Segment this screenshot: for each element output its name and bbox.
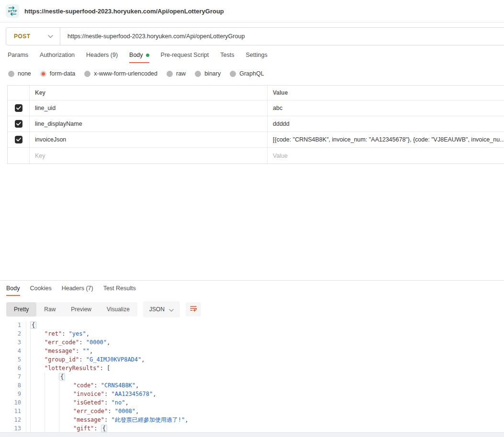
form-key-cell-line-uid[interactable]: line_uid (29, 100, 267, 116)
response-tabs: BodyCookiesHeaders (7)Test Results (0, 281, 504, 296)
json-token-s: "yes" (69, 330, 86, 337)
view-mode-raw[interactable]: Raw (36, 302, 63, 317)
json-token-k: "gift" (73, 425, 94, 432)
json-token-k: "err_code" (73, 408, 108, 415)
new-row-key-input[interactable]: Key (29, 148, 267, 164)
request-tab-body[interactable]: Body (129, 52, 149, 63)
body-type-form-data[interactable]: form-data (40, 70, 76, 77)
code-line-13: 13"gift": { (0, 424, 504, 433)
tab-label: Params (8, 52, 28, 58)
json-token-s: "0008" (115, 408, 135, 415)
response-tab-headers-7[interactable]: Headers (7) (62, 285, 93, 296)
tab-label: Authorization (40, 52, 75, 58)
gutter-divider (21, 407, 26, 415)
response-tab-body[interactable]: Body (6, 285, 20, 296)
response-section: BodyCookiesHeaders (7)Test Results Prett… (0, 280, 504, 437)
response-tab-test-results[interactable]: Test Results (103, 285, 136, 296)
new-row-value-input[interactable]: Value (267, 148, 504, 164)
form-table-header-key: Key (29, 86, 267, 100)
method-dropdown[interactable]: POST (6, 28, 60, 45)
form-value-cell-invoicejson[interactable]: [{code: "CRNS4B8K", invoice_num: "AA1234… (267, 132, 504, 148)
json-token-k: "ret" (45, 330, 62, 337)
gutter-divider (21, 321, 26, 329)
body-type-graphql[interactable]: GraphQL (230, 70, 264, 77)
json-token-k: "code" (73, 382, 94, 389)
json-token-p: , (90, 348, 93, 354)
code-line-9: 9"invoice": "AA12345678", (0, 390, 504, 398)
row-checkbox-checked[interactable] (15, 104, 22, 112)
json-token-p: , (86, 330, 90, 337)
form-value-cell-line-displayname[interactable]: ddddd (267, 116, 504, 132)
radio-label: GraphQL (239, 70, 264, 77)
gutter-divider (21, 390, 26, 398)
json-token-k: "message" (73, 416, 104, 423)
empty-area (0, 164, 504, 280)
json-token-s: "G_4IMJ0KVP8AD4" (86, 356, 142, 363)
code-line-6: 6"lotteryResults": [ (0, 364, 504, 372)
json-token-k: "invoice" (73, 391, 104, 397)
gutter-divider (21, 329, 26, 338)
json-token-p: : (76, 348, 82, 354)
body-type-options: noneform-datax-www-form-urlencodedrawbin… (0, 70, 504, 77)
code-content: "gift": { (26, 424, 107, 433)
json-token-k: "lotteryResults" (45, 365, 100, 371)
tab-label: Headers (9) (86, 52, 118, 58)
line-number: 6 (0, 364, 21, 372)
body-type-binary[interactable]: binary (195, 70, 221, 77)
row-checkbox-checked[interactable] (15, 120, 22, 128)
body-type-none[interactable]: none (8, 70, 31, 77)
line-number: 1 (0, 321, 21, 329)
tab-label: Tests (220, 52, 234, 58)
radio-label: raw (176, 70, 186, 77)
request-title: https://nestle-superfood-2023.horyuken.c… (24, 8, 224, 15)
request-tab-authorization[interactable]: Authorization (40, 52, 75, 63)
body-type-x-www-form-urlencoded[interactable]: x-www-form-urlencoded (84, 70, 157, 77)
row-checkbox-checked[interactable] (15, 136, 22, 143)
code-line-7: 7{ (0, 372, 504, 381)
response-language-dropdown[interactable]: JSON (143, 301, 180, 317)
line-number: 7 (0, 372, 21, 381)
gutter-divider (21, 338, 26, 347)
response-body-json[interactable]: 1{2"ret": "yes",3"err_code": "0000",4"me… (0, 321, 504, 437)
form-table-header-value: Value (267, 86, 504, 100)
form-key-cell-invoicejson[interactable]: invoiceJson (29, 132, 267, 148)
request-tab-tests[interactable]: Tests (220, 52, 234, 63)
horizontal-scrollbar[interactable] (0, 432, 504, 437)
form-key-cell-line-displayname[interactable]: line_displayName (29, 116, 267, 132)
tab-label: Pre-request Script (161, 52, 209, 58)
line-number: 3 (0, 338, 21, 347)
response-toolbar: PrettyRawPreviewVisualize JSON (6, 301, 504, 317)
row-checkbox-cell (8, 100, 29, 116)
radio-icon (8, 71, 14, 77)
chevron-down-icon (48, 35, 53, 38)
form-table-header-checkbox (8, 86, 29, 100)
view-mode-pretty[interactable]: Pretty (6, 302, 36, 317)
request-tab-pre-request-script[interactable]: Pre-request Script (161, 52, 209, 63)
line-number: 8 (0, 381, 21, 390)
gutter-divider (21, 372, 26, 381)
form-value-cell-line-uid[interactable]: abc (267, 100, 504, 116)
json-token-s: "AA12345678" (111, 391, 153, 397)
view-mode-preview[interactable]: Preview (63, 302, 99, 317)
request-tab-headers-9[interactable]: Headers (9) (86, 52, 118, 63)
code-content: "group_id": "G_4IMJ0KVP8AD4", (26, 355, 145, 364)
code-line-1: 1{ (0, 321, 504, 329)
body-type-raw[interactable]: raw (167, 70, 186, 77)
json-token-p: : (94, 382, 101, 389)
row-checkbox-cell (8, 132, 29, 148)
code-content: "message": "", (26, 347, 93, 355)
request-tab-params[interactable]: Params (8, 52, 28, 63)
line-number: 5 (0, 355, 21, 364)
url-input[interactable]: https://nestle-superfood-2023.horyuken.c… (60, 28, 245, 45)
wrap-line-button[interactable] (186, 302, 201, 317)
request-tab-settings[interactable]: Settings (246, 52, 267, 63)
request-tabs: ParamsAuthorizationHeaders (9)BodyPre-re… (0, 52, 504, 63)
http-request-icon: HTTP (6, 4, 19, 18)
response-tab-cookies[interactable]: Cookies (30, 285, 52, 296)
json-token-p: , (153, 391, 156, 397)
json-token-s: "" (82, 348, 89, 354)
view-mode-visualize[interactable]: Visualize (99, 302, 137, 317)
gutter-divider (21, 381, 26, 390)
json-token-k: "group_id" (45, 356, 79, 363)
code-content: { (26, 372, 65, 381)
